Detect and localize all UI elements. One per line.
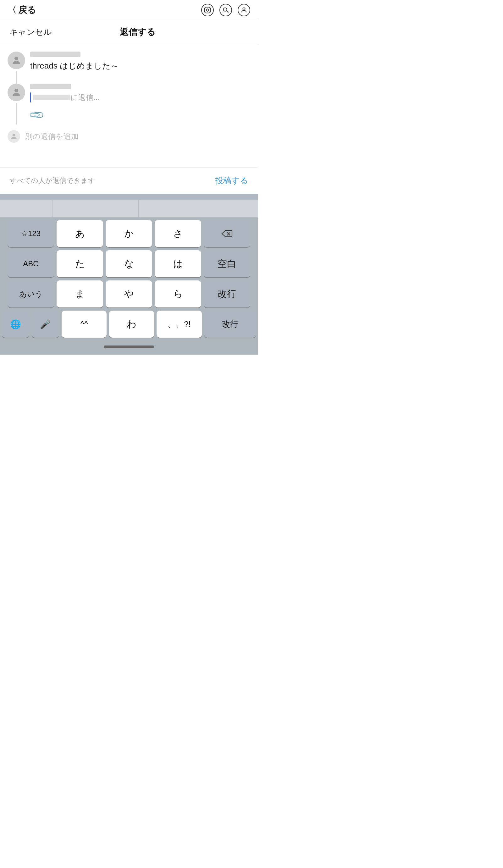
thread-connector-line	[16, 71, 17, 84]
key-na[interactable]: な	[106, 250, 152, 277]
add-reply-label: 別の返信を追加	[25, 132, 79, 142]
key-kana[interactable]: ^^	[62, 311, 106, 338]
keyboard-row-2: ABC た な は 空白	[2, 250, 256, 277]
svg-point-7	[14, 89, 18, 92]
svg-point-3	[224, 8, 227, 11]
key-space[interactable]: 空白	[204, 250, 250, 277]
reply-placeholder-blurred	[33, 95, 70, 100]
key-star123[interactable]: ☆123	[8, 220, 54, 247]
add-reply-row[interactable]: 別の返信を追加	[0, 124, 258, 148]
key-backspace[interactable]	[204, 220, 250, 247]
key-ya[interactable]: や	[106, 280, 152, 308]
reply-row: に返信... 📎	[8, 84, 250, 124]
key-a[interactable]: あ	[57, 220, 103, 247]
back-nav[interactable]: 〈 戻る	[8, 4, 36, 16]
key-return[interactable]: 改行	[204, 280, 250, 308]
status-bar: 〈 戻る	[0, 0, 258, 19]
home-indicator-bar	[0, 339, 258, 355]
profile-icon[interactable]	[238, 4, 250, 16]
original-post-text: threads はじめました～	[30, 60, 250, 72]
svg-point-2	[209, 8, 209, 9]
keyboard-row-3: あいう ま や ら 改行	[2, 280, 256, 308]
search-icon[interactable]	[219, 4, 232, 16]
modal-header: キャンセル 返信する	[0, 19, 258, 44]
key-sa[interactable]: さ	[155, 220, 201, 247]
attachment-icon[interactable]: 📎	[28, 106, 45, 123]
key-ma[interactable]: ま	[57, 280, 103, 308]
reply-text-row: に返信...	[30, 92, 250, 103]
svg-point-6	[14, 56, 18, 60]
reply-user-avatar	[8, 84, 25, 101]
back-arrow-icon: 〈	[8, 4, 16, 16]
add-reply-person-icon	[10, 132, 18, 141]
keyboard-row-1: ☆123 あ か さ	[2, 220, 256, 247]
post-button[interactable]: 投稿する	[215, 175, 248, 186]
reply-thread-line	[16, 103, 17, 124]
reply-placeholder-text: に返信...	[70, 92, 100, 103]
modal-title: 返信する	[120, 26, 156, 38]
suggestion-left[interactable]	[33, 200, 52, 217]
key-aiueo[interactable]: あいう	[8, 280, 54, 308]
svg-point-8	[12, 134, 16, 136]
svg-line-4	[227, 11, 228, 13]
reply-avatar-col	[8, 84, 25, 124]
thread-area: threads はじめました～ に返信... 📎	[0, 44, 258, 124]
key-ka[interactable]: か	[106, 220, 152, 247]
backspace-icon	[221, 229, 233, 238]
home-indicator	[104, 345, 154, 348]
cancel-button[interactable]: キャンセル	[9, 27, 52, 38]
suggestion-center[interactable]	[120, 200, 138, 217]
original-poster-username	[30, 52, 81, 57]
reply-input-area[interactable]: に返信... 📎	[30, 84, 250, 124]
key-ra[interactable]: ら	[155, 280, 201, 308]
key-kaigyo2[interactable]: 改行	[204, 311, 256, 338]
svg-point-5	[243, 8, 245, 10]
nav-icons	[201, 4, 250, 16]
reply-person-icon	[11, 87, 22, 98]
original-post-row: threads はじめました～	[8, 52, 250, 84]
person-icon	[11, 55, 22, 66]
text-cursor	[30, 92, 31, 103]
keyboard-area: ☆123 あ か さ ABC た な は 空白 あいう ま や	[0, 194, 258, 355]
back-label: 戻る	[18, 4, 36, 16]
key-punct[interactable]: 、。?!	[156, 311, 202, 338]
key-ha[interactable]: は	[155, 250, 201, 277]
key-abc[interactable]: ABC	[8, 250, 54, 277]
add-reply-avatar	[8, 130, 20, 143]
original-post-content: threads はじめました～	[30, 52, 250, 84]
svg-point-1	[206, 9, 208, 11]
key-mic[interactable]: 🎤	[32, 311, 59, 338]
footer-bar: すべての人が返信できます 投稿する	[0, 167, 258, 194]
key-wa[interactable]: わ	[109, 311, 154, 338]
original-poster-avatar	[8, 52, 25, 69]
key-globe[interactable]: 🌐	[2, 311, 29, 338]
keyboard-keys: ☆123 あ か さ ABC た な は 空白 あいう ま や	[0, 218, 258, 339]
keyboard-suggestion-bar	[0, 200, 258, 218]
key-ta[interactable]: た	[57, 250, 103, 277]
suggestion-right[interactable]	[206, 200, 225, 217]
reply-username	[30, 84, 71, 89]
audience-label: すべての人が返信できます	[9, 176, 95, 186]
original-poster-avatar-col	[8, 52, 25, 84]
keyboard-row-4: 🌐 🎤 ^^ わ 、。?! 改行	[2, 311, 256, 338]
instagram-icon[interactable]	[201, 4, 214, 16]
svg-rect-0	[205, 7, 210, 13]
